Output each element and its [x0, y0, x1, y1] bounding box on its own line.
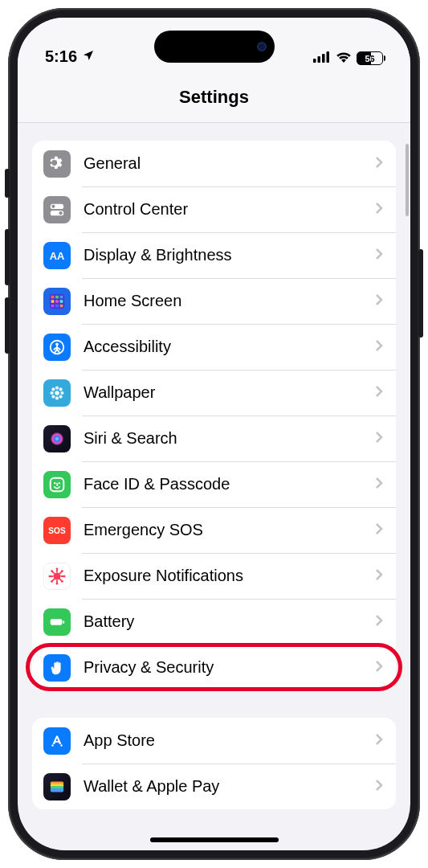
chevron-right-icon [375, 568, 383, 584]
row-label: App Store [84, 731, 375, 750]
accessibility-icon [43, 334, 71, 361]
volume-down-button [5, 297, 10, 354]
appstore-icon [43, 727, 71, 755]
row-label: Face ID & Passcode [84, 475, 375, 493]
settings-row-faceid[interactable]: Face ID & Passcode [32, 461, 396, 507]
exposure-icon [43, 563, 71, 590]
settings-row-privacy[interactable]: Privacy & Security [32, 645, 396, 690]
row-label: Emergency SOS [84, 521, 375, 539]
privacy-icon [43, 654, 71, 682]
home-indicator[interactable] [150, 837, 279, 842]
phone-device-frame: 5:16 56 Settings [8, 8, 420, 860]
wallpaper-icon [43, 379, 71, 407]
row-label: Siri & Search [84, 429, 375, 448]
chevron-right-icon [375, 385, 383, 401]
row-label: Home Screen [84, 292, 375, 310]
side-button [5, 169, 10, 198]
status-time: 5:16 [45, 47, 77, 66]
home-screen-icon [43, 288, 71, 315]
chevron-right-icon [375, 779, 383, 795]
settings-row-sos[interactable]: Emergency SOS [32, 507, 396, 553]
screen: 5:16 56 Settings [18, 18, 410, 850]
svg-rect-2 [322, 54, 325, 63]
chevron-right-icon [375, 202, 383, 218]
settings-row-wallpaper[interactable]: Wallpaper [32, 370, 396, 416]
general-icon [43, 150, 71, 178]
settings-row-siri[interactable]: Siri & Search [32, 416, 396, 461]
row-label: Wallpaper [84, 383, 375, 402]
svg-rect-0 [313, 59, 316, 63]
row-label: Exposure Notifications [84, 567, 375, 585]
chevron-right-icon [375, 733, 383, 749]
settings-row-appstore[interactable]: App Store [32, 718, 396, 764]
faceid-icon [43, 471, 71, 498]
power-button [418, 249, 423, 338]
control-center-icon [43, 196, 71, 223]
battery-icon [43, 608, 71, 636]
chevron-right-icon [375, 477, 383, 493]
battery-indicator: 56 [357, 51, 383, 65]
cellular-icon [313, 51, 331, 66]
svg-rect-1 [318, 56, 321, 63]
chevron-right-icon [375, 248, 383, 264]
display-icon [43, 242, 71, 269]
row-label: Display & Brightness [84, 246, 375, 264]
battery-level: 56 [365, 54, 374, 63]
chevron-right-icon [375, 293, 383, 309]
row-label: Control Center [84, 200, 375, 219]
chevron-right-icon [375, 156, 383, 172]
chevron-right-icon [375, 339, 383, 355]
svg-rect-3 [327, 51, 330, 63]
settings-list[interactable]: General Control Center Display & Brightn… [18, 123, 410, 850]
settings-group: App Store Wallet & Apple Pay [32, 718, 396, 809]
settings-group: General Control Center Display & Brightn… [32, 141, 396, 690]
settings-row-battery[interactable]: Battery [32, 599, 396, 645]
volume-up-button [5, 229, 10, 285]
page-title: Settings [18, 68, 410, 123]
chevron-right-icon [375, 660, 383, 676]
row-label: General [84, 154, 375, 173]
chevron-right-icon [375, 431, 383, 447]
chevron-right-icon [375, 614, 383, 630]
row-label: Privacy & Security [84, 658, 375, 677]
wifi-icon [336, 51, 352, 66]
dynamic-island [154, 31, 275, 63]
settings-row-exposure[interactable]: Exposure Notifications [32, 553, 396, 599]
sos-icon [43, 517, 71, 544]
row-label: Battery [84, 612, 375, 631]
scroll-indicator[interactable] [406, 144, 409, 216]
row-label: Accessibility [84, 338, 375, 356]
siri-icon [43, 425, 71, 452]
row-label: Wallet & Apple Pay [84, 777, 375, 796]
chevron-right-icon [375, 522, 383, 538]
settings-row-display[interactable]: Display & Brightness [32, 232, 396, 278]
settings-row-general[interactable]: General [32, 141, 396, 186]
settings-row-accessibility[interactable]: Accessibility [32, 324, 396, 370]
wallet-icon [43, 773, 71, 800]
location-icon [82, 47, 95, 66]
settings-row-control-center[interactable]: Control Center [32, 186, 396, 232]
settings-row-home-screen[interactable]: Home Screen [32, 278, 396, 324]
settings-row-wallet[interactable]: Wallet & Apple Pay [32, 764, 396, 809]
